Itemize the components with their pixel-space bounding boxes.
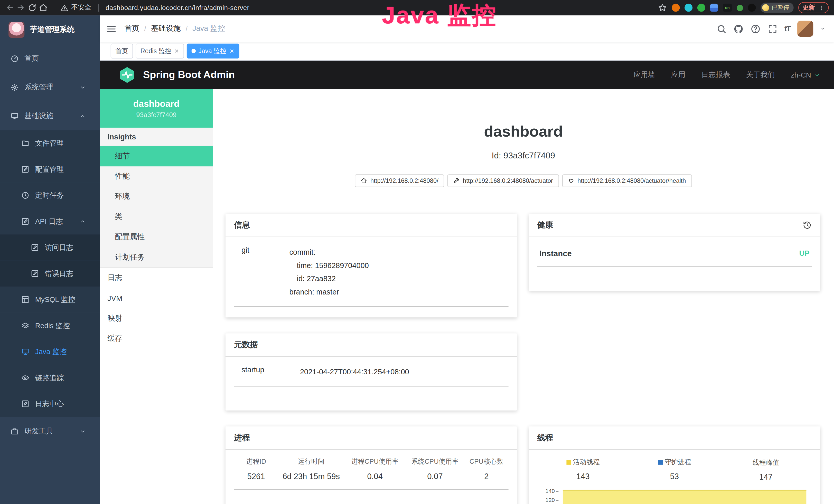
sidebar-item-label: API 日志 (35, 217, 63, 226)
chevron-down-icon (80, 84, 86, 90)
sidebar-item-config[interactable]: 配置管理 (0, 156, 100, 182)
history-icon[interactable] (803, 221, 812, 230)
breadcrumb-separator: / (144, 24, 146, 33)
sidebar-item-infrastructure[interactable]: 基础设施 (0, 102, 100, 131)
sba-nav-applications[interactable]: 应用 (671, 70, 685, 79)
extension-icon-orange[interactable] (672, 4, 680, 12)
extension-icon-teal[interactable] (684, 4, 693, 12)
search-icon[interactable] (716, 24, 726, 33)
breadcrumb-section[interactable]: 基础设施 (151, 24, 181, 33)
sba-nav-about[interactable]: 关于我们 (746, 70, 775, 79)
sidebar-item-redis[interactable]: Redis 监控 (0, 313, 100, 339)
sba-menu-classes[interactable]: 类 (100, 207, 213, 227)
tab-redis-monitor[interactable]: Redis 监控 (136, 44, 184, 59)
sidebar-item-jobs[interactable]: 定时任务 (0, 182, 100, 208)
sba-menu-logs[interactable]: 日志 (100, 268, 213, 288)
sba-menu-scheduled-tasks[interactable]: 计划任务 (100, 247, 213, 268)
sidebar-item-file[interactable]: 文件管理 (0, 130, 100, 156)
process-card: 进程 进程ID 运行时间 进程CPU使用率 系统CPU使用率 CP (225, 426, 517, 504)
extension-icon-leaf[interactable] (737, 5, 743, 11)
breadcrumb: 首页 / 基础设施 / Java 监控 (125, 24, 225, 33)
sba-menu-caches[interactable]: 缓存 (100, 329, 213, 349)
screen: 不安全 dashboard.yudao.iocoder.cn/infra/adm… (0, 0, 834, 504)
sidebar-item-home[interactable]: 首页 (0, 44, 100, 73)
legend-daemon-threads: 守护进程 53 (629, 457, 720, 481)
process-col-proc-cpu: 进程CPU使用率 (344, 457, 405, 466)
security-indicator[interactable]: 不安全 (61, 3, 91, 12)
extension-icon-dark[interactable] (748, 4, 756, 12)
sidebar-item-label: 文件管理 (35, 138, 64, 148)
browser-home-icon[interactable] (39, 3, 48, 12)
sba-menu-mappings[interactable]: 映射 (100, 308, 213, 329)
config-icon (21, 165, 29, 173)
process-col-pid: 进程ID (234, 457, 278, 466)
sidebar-item-log-center[interactable]: 日志中心 (0, 391, 100, 417)
sba-nav-journal[interactable]: 日志报表 (701, 70, 730, 79)
sidebar-item-label: 系统管理 (24, 83, 53, 92)
app-logo (8, 22, 24, 38)
java-icon (21, 348, 29, 356)
sba-language-select[interactable]: zh-CN (791, 71, 820, 79)
chevron-down-icon (814, 72, 820, 78)
profile-paused-badge[interactable]: 已暂停 (761, 3, 793, 13)
extension-on-badge[interactable]: on (723, 4, 732, 12)
info-row-git: git commit: time: 1596289704000 id: 27aa… (234, 237, 509, 306)
help-icon[interactable] (750, 24, 760, 33)
sidebar-item-label: 访问日志 (45, 243, 73, 252)
threads-card: 线程 活动线程 143 (529, 426, 820, 504)
sidebar-item-system[interactable]: 系统管理 (0, 73, 100, 102)
metadata-value: 2021-04-27T00:44:31.254+08:00 (300, 365, 409, 379)
sba-brand-title: Spring Boot Admin (143, 69, 235, 81)
browser-menu-icon[interactable] (818, 5, 825, 11)
avatar[interactable] (797, 21, 813, 37)
daemon-threads-value: 53 (629, 472, 720, 480)
forward-icon[interactable] (17, 3, 25, 12)
back-icon[interactable] (5, 3, 14, 12)
health-instance-label: Instance (540, 249, 572, 258)
close-icon[interactable] (174, 48, 179, 54)
extension-icon-green[interactable] (697, 4, 705, 12)
warning-icon (61, 4, 68, 12)
address-bar-url[interactable]: dashboard.yudao.iocoder.cn/infra/admin-s… (106, 4, 249, 12)
extension-icon-blue-grid[interactable] (710, 4, 718, 12)
sidebar-item-error-log[interactable]: 错误日志 (0, 260, 100, 287)
font-size-icon[interactable]: tT (785, 24, 790, 33)
hamburger-icon[interactable] (106, 24, 116, 33)
tab-java-monitor[interactable]: Java 监控 (187, 44, 239, 59)
error-log-icon (31, 270, 39, 278)
chevron-down-icon[interactable] (820, 26, 826, 31)
sba-menu-details[interactable]: 细节 (100, 146, 213, 166)
sidebar-item-api-log[interactable]: API 日志 (0, 208, 100, 234)
sba-menu-config-props[interactable]: 配置属性 (100, 227, 213, 247)
live-threads-value: 143 (537, 472, 629, 480)
sidebar-item-tracing[interactable]: 链路追踪 (0, 365, 100, 391)
process-cores-value: 2 (464, 472, 509, 480)
actuator-url-button[interactable]: http://192.168.0.2:48080/actuator (447, 174, 559, 187)
git-time-line: time: 1596289704000 (289, 259, 369, 272)
sba-menu-jvm[interactable]: JVM (100, 288, 213, 308)
sidebar-item-access-log[interactable]: 访问日志 (0, 234, 100, 260)
sba-menu-environment[interactable]: 环境 (100, 187, 213, 207)
chrome-update-button[interactable]: 更新 (798, 2, 829, 13)
sba-menu-performance[interactable]: 性能 (100, 166, 213, 187)
sidebar-item-mysql[interactable]: MySQL 监控 (0, 287, 100, 313)
service-url-button[interactable]: http://192.168.0.2:48080/ (355, 174, 444, 187)
fullscreen-icon[interactable] (767, 24, 777, 33)
tab-home[interactable]: 首页 (111, 44, 133, 59)
github-icon[interactable] (733, 24, 743, 33)
health-url-button[interactable]: http://192.168.0.2:48080/actuator/health (562, 174, 692, 187)
sidebar-item-label: 定时任务 (35, 190, 64, 200)
reload-icon[interactable] (28, 3, 37, 12)
metadata-card-title: 元数据 (225, 333, 517, 357)
heart-icon (568, 177, 574, 184)
legend-peak-threads: 线程峰值 147 (720, 457, 812, 481)
breadcrumb-home[interactable]: 首页 (125, 24, 139, 33)
bookmark-star-icon[interactable] (658, 3, 667, 12)
sba-nav-wallboard[interactable]: 应用墙 (634, 70, 655, 79)
infrastructure-icon (10, 112, 19, 120)
close-icon[interactable] (229, 48, 235, 54)
app-brand[interactable]: 芋道管理系统 (0, 16, 100, 44)
sidebar-item-devtools[interactable]: 研发工具 (0, 417, 100, 446)
sidebar-item-java-monitor[interactable]: Java 监控 (0, 339, 100, 365)
instance-header[interactable]: dashboard 93a3fc7f7409 (100, 89, 213, 128)
